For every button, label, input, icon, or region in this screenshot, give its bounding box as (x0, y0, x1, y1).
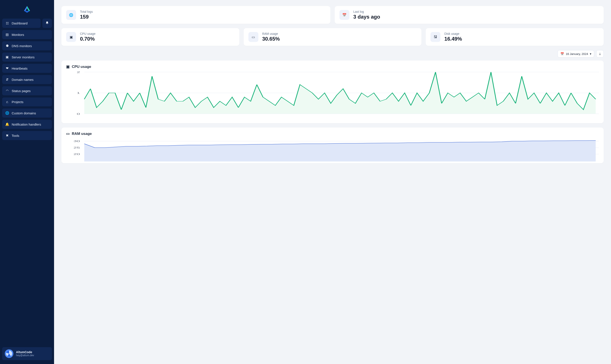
x-tick: 09:15:05 (220, 116, 230, 119)
x-tick: 10:35:05 (278, 116, 288, 119)
x-tick: 11:35:05 (322, 116, 332, 119)
svg-text:1: 1 (77, 92, 80, 94)
svg-text:25: 25 (74, 146, 80, 149)
chart-title: CPU usage (72, 65, 91, 69)
sidebar-item-label: Server monitors (12, 55, 35, 59)
logo-wrap (2, 4, 52, 16)
tools-icon: ✖ (5, 134, 9, 137)
x-tick: 05:58:49 (74, 116, 84, 119)
x-tick: 17:15:05 (570, 116, 580, 119)
sidebar-item-label: Custom domains (12, 111, 36, 115)
ram-chart: 202530 (66, 138, 599, 161)
x-tick: 11:55:04 (336, 116, 347, 119)
x-tick: 11:15:04 (307, 116, 317, 119)
sidebar-item-label: Tools (12, 134, 19, 137)
share-icon: ⎌ (5, 100, 9, 104)
cpu-icon: ▣ (66, 65, 70, 69)
sitemap-icon: ⇵ (5, 78, 9, 81)
x-tick: 06:35:05 (103, 116, 113, 119)
stat-disk: 🖫 Disk usage 16.49% (426, 28, 604, 46)
sidebar-item-label: Heartbeats (12, 66, 27, 70)
x-tick: 08:55:04 (205, 116, 215, 119)
stat-label: Last log (353, 10, 380, 13)
server-icon: ▤ (5, 33, 9, 37)
x-tick: 13:15:04 (395, 116, 405, 119)
x-tick: 15:55:04 (511, 116, 522, 119)
sidebar-item-tools[interactable]: ✖ Tools (2, 131, 52, 140)
sidebar-item-heartbeats[interactable]: ❤ Heartbeats (2, 64, 52, 73)
globe-icon: 🌐 (66, 10, 76, 20)
stat-label: Total logs (80, 10, 93, 13)
svg-text:0: 0 (77, 112, 80, 115)
x-tick: 08:15:05 (176, 116, 186, 119)
x-tick: 09:55:04 (249, 116, 259, 119)
user-menu[interactable]: AltumCode hey@altum.dev (2, 347, 52, 360)
cpu-xaxis: 05:58:4906:15:0506:35:0506:55:0407:15:04… (66, 116, 599, 121)
stat-value: 159 (80, 14, 93, 20)
x-tick: 16:35:04 (541, 116, 551, 119)
memory-icon: ▭ (66, 131, 70, 136)
sidebar-item-label: Projects (12, 100, 23, 104)
x-tick: 10:55:05 (293, 116, 303, 119)
avatar (5, 349, 13, 358)
download-button[interactable]: ⤓ (596, 50, 604, 57)
sidebar-item-server-monitors[interactable]: ▣ Server monitors (2, 52, 52, 62)
sidebar-item-projects[interactable]: ⎌ Projects (2, 97, 52, 106)
x-tick: 16:15:04 (526, 116, 536, 119)
grid-icon: ☷ (5, 21, 9, 25)
x-tick: 16:55:04 (555, 116, 566, 119)
sidebar-item-dns-monitors[interactable]: ⚉ DNS monitors (2, 41, 52, 50)
stat-value: 0.70% (80, 36, 96, 42)
sidebar-item-label: DNS monitors (12, 44, 32, 48)
chart-title: RAM usage (72, 132, 92, 136)
cpu-icon: ▣ (66, 32, 76, 42)
sidebar-item-notification-handlers[interactable]: 🔔 Notification handlers (2, 120, 52, 129)
sidebar-item-label: Monitors (12, 33, 24, 37)
ram-chart-card: ▭ RAM usage 202530 (61, 128, 604, 163)
x-tick: 15:15:04 (482, 116, 493, 119)
x-tick: 17:35:04 (585, 116, 595, 119)
heart-icon: ❤ (5, 66, 9, 70)
svg-text:30: 30 (74, 140, 80, 143)
x-tick: 14:55:05 (468, 116, 478, 119)
user-email: hey@altum.dev (16, 354, 34, 357)
user-name: AltumCode (16, 350, 34, 354)
sidebar-item-status-pages[interactable]: ◠ Status pages (2, 86, 52, 95)
notifications-button[interactable] (42, 19, 52, 28)
stat-value: 16.49% (444, 36, 462, 42)
x-tick: 08:35:05 (190, 116, 201, 119)
sidebar-item-dashboard[interactable]: ☷ Dashboard (2, 19, 41, 28)
svg-text:20: 20 (74, 153, 80, 156)
stat-last-log: 📅 Last log 3 days ago (335, 6, 604, 24)
wifi-icon: ◠ (5, 89, 9, 93)
stat-label: Disk usage (444, 32, 462, 36)
plug-icon: ⚉ (5, 44, 9, 48)
sidebar-item-monitors[interactable]: ▤ Monitors (2, 30, 52, 39)
stat-value: 30.65% (262, 36, 280, 42)
stat-label: RAM usage (262, 32, 280, 36)
cpu-icon: ▣ (5, 55, 9, 59)
x-tick: 12:55:04 (380, 116, 390, 119)
stat-total-logs: 🌐 Total logs 159 (61, 6, 330, 24)
sidebar-item-label: Status pages (12, 89, 31, 93)
sidebar-item-label: Dashboard (12, 21, 27, 25)
cpu-chart: 012 (66, 71, 599, 116)
x-tick: 09:35:04 (234, 116, 245, 119)
stat-cpu: ▣ CPU usage 0.70% (61, 28, 239, 46)
x-tick: 10:15:05 (263, 116, 274, 119)
x-tick: 14:15:04 (439, 116, 449, 119)
stat-ram: ▭ RAM usage 30.65% (244, 28, 422, 46)
svg-text:2: 2 (77, 71, 80, 74)
sidebar-item-label: Domain names (12, 78, 34, 81)
sidebar-item-custom-domains[interactable]: 🌐 Custom domains (2, 108, 52, 117)
date-picker[interactable]: 📅 16 January, 2024 ▾ (558, 50, 594, 57)
x-tick: 06:55:04 (117, 116, 128, 119)
bell-icon (45, 21, 49, 25)
x-tick: 13:55:04 (424, 116, 434, 119)
calendar-icon: 📅 (339, 10, 349, 20)
globe-icon: 🌐 (5, 111, 9, 115)
x-tick: 06:15:05 (88, 116, 99, 119)
download-icon: ⤓ (599, 52, 601, 55)
sidebar-item-domain-names[interactable]: ⇵ Domain names (2, 75, 52, 84)
x-tick: 13:35:05 (409, 116, 420, 119)
